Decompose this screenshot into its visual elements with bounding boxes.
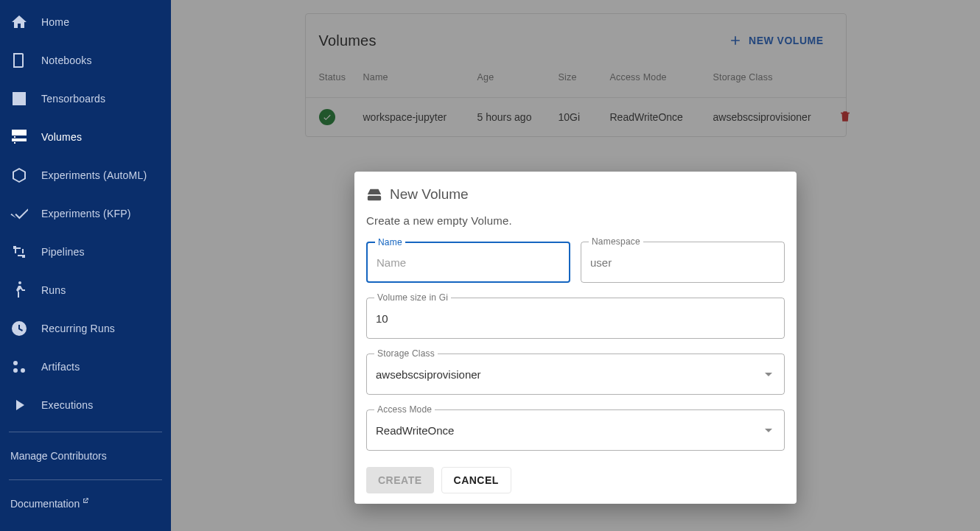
drive-icon	[366, 186, 382, 203]
namespace-field: Namespace	[581, 242, 785, 283]
sidebar-item-label: Home	[41, 16, 69, 28]
select-value: ReadWriteOnce	[376, 424, 454, 437]
size-field: Volume size in Gi	[366, 298, 785, 339]
sidebar-item-label: Experiments (AutoML)	[41, 169, 147, 181]
sidebar-documentation[interactable]: Documentation	[0, 488, 171, 520]
play-icon	[10, 396, 28, 414]
sidebar-item-experiments-automl[interactable]: Experiments (AutoML)	[0, 156, 171, 194]
select-value: awsebscsiprovisioner	[376, 368, 481, 381]
sidebar-item-label: Notebooks	[41, 54, 92, 66]
separator	[9, 432, 162, 432]
sidebar-item-volumes[interactable]: Volumes	[0, 118, 171, 156]
sidebar-item-runs[interactable]: Runs	[0, 271, 171, 309]
flow-icon	[10, 243, 28, 261]
sidebar-item-label: Tensorboards	[41, 93, 105, 105]
sidebar-item-label: Pipelines	[41, 246, 85, 258]
modal-overlay[interactable]: New Volume Create a new empty Volume. Na…	[171, 0, 980, 531]
field-label: Storage Class	[374, 348, 438, 359]
storage-class-select[interactable]: Storage Class awsebscsiprovisioner	[366, 354, 785, 395]
sidebar-item-notebooks[interactable]: Notebooks	[0, 41, 171, 80]
field-label: Namespace	[589, 236, 643, 247]
sidebar-item-pipelines[interactable]: Pipelines	[0, 233, 171, 271]
storage-class-field: Storage Class awsebscsiprovisioner	[366, 354, 785, 395]
caret-down-icon	[765, 373, 772, 376]
field-label: Volume size in Gi	[374, 292, 451, 303]
access-mode-select[interactable]: Access Mode ReadWriteOnce	[366, 409, 785, 451]
external-link-icon	[82, 495, 89, 507]
sidebar-item-experiments-kfp[interactable]: Experiments (KFP)	[0, 194, 171, 233]
bubble-icon	[10, 358, 28, 376]
main: Volumes NEW VOLUME Status Name Age Size …	[171, 0, 980, 531]
field-label: Name	[375, 237, 405, 247]
home-icon	[10, 13, 28, 31]
cancel-button[interactable]: CANCEL	[441, 467, 511, 493]
size-input[interactable]	[376, 312, 775, 325]
name-field: Name	[366, 242, 570, 283]
run-icon	[10, 281, 28, 299]
dialog-subtitle: Create a new empty Volume.	[366, 214, 785, 227]
sidebar-item-artifacts[interactable]: Artifacts	[0, 348, 171, 386]
sidebar-item-label: Executions	[41, 399, 93, 411]
dialog-title: New Volume	[366, 186, 785, 203]
book-icon	[10, 52, 28, 69]
done-all-icon	[10, 205, 28, 222]
caret-down-icon	[765, 429, 772, 432]
sidebar-manage-contributors[interactable]: Manage Contributors	[0, 440, 171, 472]
create-button: CREATE	[366, 467, 434, 493]
sidebar-item-label: Experiments (KFP)	[41, 208, 131, 219]
sidebar-item-label: Recurring Runs	[41, 323, 115, 334]
sidebar-item-home[interactable]: Home	[0, 3, 171, 41]
storage-icon	[10, 128, 28, 146]
sidebar-item-label: Artifacts	[41, 361, 80, 373]
sidebar-item-label: Runs	[41, 284, 66, 296]
chart-icon	[10, 90, 28, 108]
sidebar: Home Notebooks Tensorboards Volumes Expe…	[0, 0, 171, 531]
name-input[interactable]	[377, 256, 560, 269]
field-label: Access Mode	[374, 404, 435, 415]
clock-icon	[10, 320, 28, 337]
sidebar-item-label: Volumes	[41, 131, 82, 143]
access-mode-field: Access Mode ReadWriteOnce	[366, 409, 785, 451]
namespace-input	[590, 256, 775, 269]
new-volume-dialog: New Volume Create a new empty Volume. Na…	[354, 172, 797, 504]
sidebar-item-tensorboards[interactable]: Tensorboards	[0, 80, 171, 118]
sidebar-item-recurring-runs[interactable]: Recurring Runs	[0, 309, 171, 348]
sidebar-item-executions[interactable]: Executions	[0, 386, 171, 424]
box-icon	[10, 166, 28, 184]
separator	[9, 479, 162, 480]
